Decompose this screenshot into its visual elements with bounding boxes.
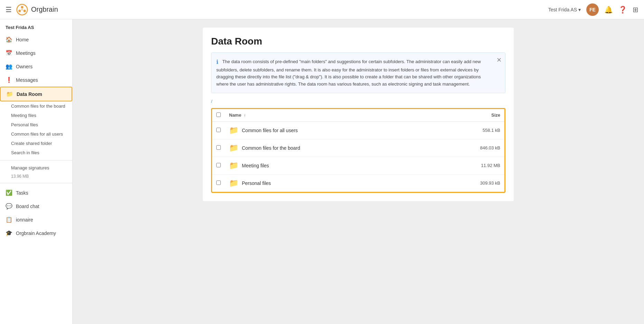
sidebar-label-data-room: Data Room — [17, 91, 42, 97]
row-name: Common files for all users — [242, 128, 298, 133]
sidebar-divider-1 — [0, 160, 72, 160]
org-name: Test Frida AS — [548, 7, 577, 12]
hamburger-menu[interactable]: ☰ — [6, 6, 12, 14]
row-name-cell: 📁 Common files for all users — [225, 121, 430, 139]
sidebar-label-board-chat: Board chat — [16, 204, 39, 209]
row-checkbox[interactable] — [216, 180, 221, 185]
content-card: Data Room ℹ The data room consists of pr… — [203, 28, 514, 201]
row-checkbox-cell[interactable] — [212, 139, 225, 157]
row-checkbox-cell[interactable] — [212, 121, 225, 139]
row-name: Common files for the board — [242, 145, 300, 151]
sidebar: Test Frida AS 🏠 Home 📅 Meetings 👥 Owners… — [0, 19, 73, 324]
avatar[interactable]: FE — [586, 3, 599, 16]
sidebar-label-questionnaire: ionnaire — [16, 217, 33, 223]
page-title: Data Room — [211, 36, 505, 47]
sidebar-subitem-meeting-files[interactable]: Meeting files — [0, 111, 72, 120]
svg-point-1 — [21, 6, 23, 8]
sidebar-item-questionnaire[interactable]: 📋 ionnaire — [0, 213, 72, 226]
sidebar-item-meetings[interactable]: 📅 Meetings — [0, 46, 72, 60]
sidebar-label-messages: Messages — [16, 77, 38, 83]
help-icon[interactable]: ❓ — [618, 6, 627, 14]
main-layout: Test Frida AS 🏠 Home 📅 Meetings 👥 Owners… — [0, 19, 644, 324]
row-name-cell: 📁 Personal files — [225, 174, 430, 192]
row-size-cell: 846.03 kB — [430, 139, 504, 157]
sidebar-org-title: Test Frida AS — [0, 19, 72, 33]
folder-icon: 📁 — [229, 126, 238, 135]
close-info-button[interactable]: ✕ — [496, 56, 502, 64]
sidebar-label-meetings: Meetings — [16, 50, 36, 56]
row-checkbox[interactable] — [216, 163, 221, 167]
table-row[interactable]: 📁 Common files for the board 846.03 kB — [212, 139, 504, 157]
select-all-checkbox[interactable] — [216, 112, 221, 117]
table-row[interactable]: 📁 Common files for all users 558.1 kB — [212, 121, 504, 139]
sidebar-item-data-room[interactable]: 📁 Data Room — [0, 87, 72, 101]
apps-icon[interactable]: ⊞ — [633, 6, 638, 14]
file-table-body: 📁 Common files for all users 558.1 kB 📁 … — [212, 121, 504, 192]
row-checkbox[interactable] — [216, 128, 221, 132]
breadcrumb: / — [211, 99, 505, 104]
row-size-cell: 309.93 kB — [430, 174, 504, 192]
sort-arrow-icon: ↑ — [244, 113, 246, 117]
table-row[interactable]: 📁 Meeting files 11.92 MB — [212, 157, 504, 174]
content-area: Data Room ℹ The data room consists of pr… — [73, 19, 644, 324]
row-size-cell: 11.92 MB — [430, 157, 504, 174]
sidebar-storage-size: 13.96 MB — [0, 173, 72, 180]
logo-area: Orgbrain — [16, 3, 58, 16]
sidebar-subitem-create-shared[interactable]: Create shared folder — [0, 139, 72, 148]
data-room-icon: 📁 — [6, 91, 13, 97]
sidebar-item-home[interactable]: 🏠 Home — [0, 33, 72, 46]
topbar-left: ☰ Orgbrain — [6, 3, 548, 16]
sidebar-manage-signatures[interactable]: Manage signatures — [0, 163, 72, 173]
sidebar-item-messages[interactable]: ❗ Messages — [0, 73, 72, 87]
notification-icon[interactable]: 🔔 — [604, 6, 613, 14]
row-name-cell: 📁 Meeting files — [225, 157, 430, 174]
svg-point-2 — [23, 10, 26, 12]
home-icon: 🏠 — [6, 36, 12, 43]
sidebar-item-tasks[interactable]: ✅ Tasks — [0, 186, 72, 199]
tasks-icon: ✅ — [6, 189, 12, 196]
row-name-cell: 📁 Common files for the board — [225, 139, 430, 157]
row-name: Meeting files — [242, 163, 269, 168]
col-header-name[interactable]: Name ↑ — [225, 109, 430, 122]
sidebar-item-owners[interactable]: 👥 Owners — [0, 60, 72, 73]
col-header-size[interactable]: Size — [430, 109, 504, 122]
svg-point-3 — [18, 10, 21, 12]
sidebar-label-orgbrain-academy: Orgbrain Academy — [16, 230, 56, 236]
folder-icon: 📁 — [229, 161, 238, 170]
questionnaire-icon: 📋 — [6, 216, 12, 223]
folder-icon: 📁 — [229, 179, 238, 188]
file-table-wrapper: Name ↑ Size 📁 Com — [211, 108, 505, 193]
meetings-icon: 📅 — [6, 50, 12, 56]
academy-icon: 🎓 — [6, 230, 12, 236]
svg-point-4 — [21, 9, 23, 10]
chevron-down-icon: ▾ — [578, 7, 581, 12]
sidebar-subitem-common-users[interactable]: Common files for all users — [0, 129, 72, 139]
sidebar-label-owners: Owners — [16, 64, 32, 69]
sidebar-nav: 🏠 Home 📅 Meetings 👥 Owners ❗ Messages 📁 … — [0, 33, 72, 324]
col-header-checkbox — [212, 109, 225, 122]
file-table: Name ↑ Size 📁 Com — [212, 109, 504, 192]
topbar: ☰ Orgbrain Test Frida AS ▾ FE 🔔 ❓ ⊞ — [0, 0, 644, 19]
sidebar-divider-2 — [0, 183, 72, 183]
sidebar-label-home: Home — [16, 37, 29, 42]
sidebar-item-orgbrain-academy[interactable]: 🎓 Orgbrain Academy — [0, 226, 72, 240]
board-chat-icon: 💬 — [6, 203, 12, 209]
row-checkbox[interactable] — [216, 145, 221, 150]
owners-icon: 👥 — [6, 63, 12, 70]
logo-icon — [16, 3, 28, 16]
sidebar-subitem-personal-files[interactable]: Personal files — [0, 120, 72, 129]
sidebar-subitem-common-board[interactable]: Common files for the board — [0, 101, 72, 111]
row-checkbox-cell[interactable] — [212, 157, 225, 174]
messages-icon: ❗ — [6, 77, 12, 83]
sidebar-subitem-search[interactable]: Search in files — [0, 148, 72, 157]
row-checkbox-cell[interactable] — [212, 174, 225, 192]
table-row[interactable]: 📁 Personal files 309.93 kB — [212, 174, 504, 192]
sidebar-label-tasks: Tasks — [16, 190, 28, 196]
folder-icon: 📁 — [229, 144, 238, 153]
sidebar-item-board-chat[interactable]: 💬 Board chat — [0, 199, 72, 213]
table-header-row: Name ↑ Size — [212, 109, 504, 122]
row-size-cell: 558.1 kB — [430, 121, 504, 139]
info-text: The data room consists of pre-defined "m… — [216, 59, 481, 87]
info-icon: ℹ — [216, 59, 218, 65]
org-selector[interactable]: Test Frida AS ▾ — [548, 7, 581, 12]
